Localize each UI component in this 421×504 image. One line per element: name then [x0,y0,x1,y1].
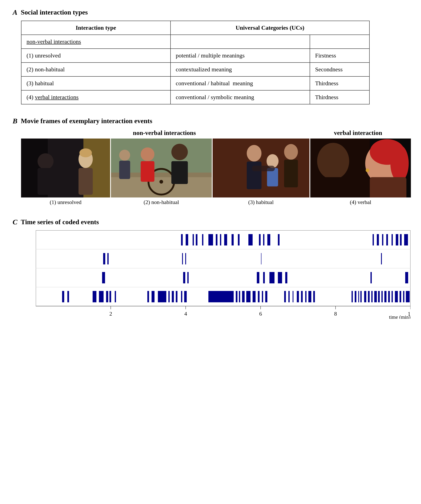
svg-rect-110 [288,291,290,302]
table-row-2: (2) non-habitual contextualized meaning … [21,63,369,76]
svg-rect-95 [168,291,170,302]
svg-rect-133 [406,291,410,302]
svg-rect-113 [301,291,303,302]
svg-rect-103 [242,291,245,302]
svg-point-30 [317,143,349,179]
frame-label-4: (4) verbal [350,199,371,205]
frame-item-4: (4) verbal [310,138,411,205]
frame-image-2 [111,138,211,198]
svg-rect-90 [109,291,111,302]
movie-frames-container: non-verbal interactions verbal interacti… [21,129,408,205]
svg-rect-46 [186,234,188,246]
svg-point-12 [160,180,163,184]
svg-rect-97 [176,291,177,302]
svg-rect-80 [270,272,275,283]
svg-rect-86 [67,291,69,302]
svg-rect-77 [187,272,189,283]
svg-rect-96 [172,291,174,302]
cell-peirce-3: Thirdness [310,76,369,90]
svg-rect-92 [147,291,149,302]
svg-rect-119 [358,291,359,302]
section-b: B Movie frames of exemplary interaction … [13,117,408,205]
svg-rect-49 [202,234,203,246]
svg-rect-88 [99,291,103,302]
cell-type-4: (4) verbal interactions [21,90,170,104]
section-c: C Time series of coded events (1) (2) (3… [13,218,408,320]
cell-peirce-4: Thirdness [310,90,369,104]
cell-uc-3: conventional / habitual meaning [170,76,310,90]
section-c-title: Time series of coded events [21,218,99,226]
svg-rect-50 [208,234,213,246]
svg-point-34 [390,145,409,182]
svg-rect-114 [305,291,307,302]
svg-rect-31 [319,177,347,198]
section-a-title: Social interaction types [21,8,88,16]
cell-uc-4: conventional / symbolic meaning [170,90,310,104]
frames-row: (1) unresolved [21,138,408,205]
svg-rect-47 [192,234,194,246]
frame-image-1 [21,138,110,198]
timeseries-chart: (1) (2) (3) (4) [36,230,410,319]
svg-rect-51 [216,234,217,246]
svg-rect-83 [371,272,372,283]
svg-rect-132 [403,291,404,302]
svg-rect-106 [258,291,259,302]
svg-text:4: 4 [184,311,187,317]
svg-rect-56 [248,234,253,246]
frame-item-1: (1) unresolved [21,138,110,205]
svg-rect-70 [107,253,109,264]
svg-text:6: 6 [259,311,262,317]
svg-rect-101 [236,291,237,302]
svg-point-15 [171,144,188,160]
svg-rect-67 [400,234,402,246]
svg-rect-68 [404,234,408,246]
svg-rect-64 [386,234,388,246]
svg-rect-55 [238,234,240,246]
cell-uc-2: contextualized meaning [170,63,310,76]
svg-rect-89 [106,291,108,302]
cell-type-3: (3) habitual [21,76,170,90]
svg-rect-100 [208,291,234,302]
svg-rect-16 [171,161,188,184]
svg-rect-87 [93,291,96,302]
svg-rect-108 [265,291,267,302]
svg-text:time (min): time (min) [389,314,410,319]
nonverbal-interactions-text: non-verbal interactions [27,38,81,45]
svg-point-17 [119,150,130,161]
svg-rect-22 [247,162,261,189]
svg-rect-63 [382,234,383,246]
frame-label-1: (1) unresolved [50,199,81,205]
svg-rect-65 [391,234,393,246]
svg-rect-52 [220,234,221,246]
svg-rect-58 [263,234,265,246]
frame-label-2: (2) non-habitual [144,199,179,205]
svg-rect-105 [253,291,256,302]
svg-rect-121 [364,291,366,302]
svg-rect-69 [103,253,105,264]
frame-item-3: (3) habitual [213,138,309,205]
svg-point-21 [247,145,261,162]
svg-point-36 [366,168,369,172]
svg-rect-115 [308,291,311,302]
svg-rect-60 [278,234,280,246]
svg-rect-71 [182,253,183,264]
svg-rect-45 [181,234,183,246]
svg-rect-104 [246,291,251,302]
svg-rect-76 [183,272,185,283]
table-row-4: (4) verbal interactions conventional / s… [21,90,369,104]
svg-rect-91 [115,291,116,302]
svg-rect-116 [313,291,315,302]
svg-rect-73 [261,253,261,264]
cell-peirce-2: Secondness [310,63,369,76]
section-b-letter: B [13,117,18,125]
svg-rect-82 [285,272,287,283]
svg-rect-14 [141,161,155,182]
section-c-letter: C [13,218,18,226]
svg-rect-123 [371,291,373,302]
cell-type-2: (2) non-habitual [21,63,170,76]
svg-rect-54 [232,234,234,246]
section-a-header: A Social interaction types [13,8,408,16]
svg-rect-27 [284,160,298,187]
svg-rect-109 [284,291,286,302]
svg-rect-122 [368,291,370,302]
